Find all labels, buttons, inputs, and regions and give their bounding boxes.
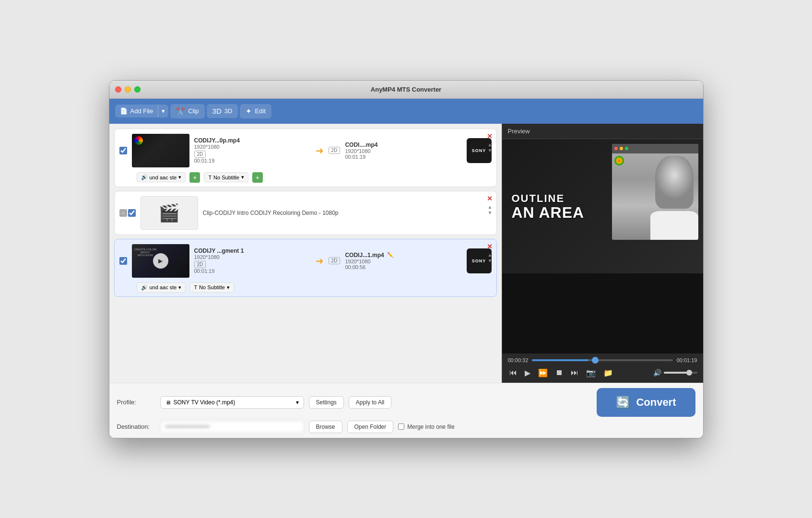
file-1-checkbox[interactable]: [119, 147, 127, 154]
convert-label: Convert: [636, 396, 676, 409]
maximize-window-button[interactable]: [134, 86, 141, 93]
convert-button[interactable]: 🔄 Convert: [597, 388, 695, 417]
close-window-button[interactable]: [115, 86, 121, 93]
move-down-file-2-button[interactable]: ▼: [488, 211, 493, 215]
minimize-window-button[interactable]: [125, 86, 131, 93]
file-1-input-dims: 1920*1080: [194, 144, 311, 150]
add-file-button[interactable]: 📄 Add File: [115, 105, 158, 118]
preview-app-close: [614, 147, 618, 150]
edit-output-name-3-icon[interactable]: ✏️: [387, 252, 394, 258]
preview-app-mockup: [612, 144, 698, 240]
edit-label: Edit: [255, 107, 265, 115]
profile-select[interactable]: 🖥 SONY TV Video (*.mp4) ▾: [160, 396, 304, 409]
file-item-3-bottom: 🔊 und aac ste ▾ T No Subtitle ▾: [115, 281, 496, 296]
close-file-2-button[interactable]: ✕: [487, 195, 493, 202]
file-1-audio-select[interactable]: 🔊 und aac ste ▾: [137, 172, 186, 182]
sony-logo-3: SONY: [472, 259, 486, 263]
preview-total-time: 00:01:19: [677, 357, 697, 363]
add-audio-track-1-button[interactable]: +: [189, 172, 200, 183]
profile-value: SONY TV Video (*.mp4): [174, 399, 235, 406]
bottom-bar: Profile: 🖥 SONY TV Video (*.mp4) ▾ Setti…: [109, 383, 703, 438]
3d-button[interactable]: 3D 3D: [207, 104, 238, 118]
preview-app-titlebar: [612, 144, 698, 153]
add-file-group: 📄 Add File ▾: [115, 105, 169, 118]
profile-value-area: 🖥 SONY TV Video (*.mp4): [165, 399, 235, 406]
add-file-icon: 📄: [120, 107, 128, 115]
toolbar: 📄 Add File ▾ ✂️ Clip 3D 3D ✦ Edit: [109, 99, 703, 124]
bottom-row2: Destination: Browse Open Folder Merge in…: [117, 421, 695, 433]
file-1-output-info: CODI....mp4 1920*1080 00:01:19: [345, 141, 461, 160]
screenshot-button[interactable]: 📷: [585, 367, 597, 379]
file-3-output-name: CODIJ...1.mp4: [345, 252, 384, 259]
move-up-file-1-button[interactable]: ▲: [488, 142, 493, 147]
close-file-1-button[interactable]: ✕: [487, 133, 493, 140]
audio-dropdown-icon-3: ▾: [178, 284, 181, 291]
clip-thumbnail: 🎬: [141, 196, 198, 230]
fast-forward-button[interactable]: ⏩: [537, 367, 549, 379]
file-3-input-info: CODIJY ...gment 1 1920*1080 2D 00:01:19: [194, 247, 311, 274]
move-down-file-3-button[interactable]: ▼: [488, 259, 493, 263]
skip-to-start-button[interactable]: ⏮: [508, 367, 518, 378]
preview-area: Preview OUTLINE AN AREA: [502, 124, 703, 383]
file-3-input-dims: 1920*1080: [194, 254, 311, 260]
preview-controls: 00:00:32 00:01:19 ⏮ ▶ ⏩ ⏹ ⏭ 📷 📁: [502, 353, 703, 383]
skip-to-end-button[interactable]: ⏭: [569, 367, 580, 378]
preview-app-min: [620, 147, 623, 150]
file-3-audio-select[interactable]: 🔊 und aac ste ▾: [137, 283, 186, 293]
clip-minus-button[interactable]: −: [119, 209, 127, 217]
main-content: ✕ ▲ ▼ CODIJY...0p.mp4: [109, 124, 703, 383]
file-3-input-name: CODIJY ...gment 1: [194, 247, 244, 254]
edit-button[interactable]: ✦ Edit: [240, 104, 271, 118]
file-1-subtitle-label: No Subtitle: [213, 175, 239, 180]
close-file-3-button[interactable]: ✕: [487, 243, 493, 250]
destination-input[interactable]: [160, 421, 304, 433]
clip-item-content: − 🎬 Clip-CODIJY Intro CODIJY Recoloring …: [115, 191, 496, 235]
preview-current-time: 00:00:32: [508, 357, 529, 363]
thumb-text-3: CREATE COLORMAGICWITH EASE: [134, 248, 157, 257]
preview-scene: OUTLINE AN AREA: [502, 139, 703, 273]
file-3-subtitle-select[interactable]: T No Subtitle ▾: [189, 283, 234, 293]
play-pause-button[interactable]: ▶: [523, 367, 532, 379]
3d-label: 3D: [224, 107, 233, 115]
sony-logo-1: SONY: [472, 148, 486, 153]
convert-arrow-1: ➜: [316, 145, 324, 156]
clip-label: Clip: [188, 107, 199, 115]
open-folder-button[interactable]: Open Folder: [347, 421, 394, 433]
add-file-dropdown-button[interactable]: ▾: [158, 105, 168, 118]
folder-button[interactable]: 📁: [602, 367, 614, 379]
add-subtitle-1-button[interactable]: +: [252, 172, 263, 183]
file-3-audio-label: und aac ste: [150, 284, 177, 290]
bottom-row1: Profile: 🖥 SONY TV Video (*.mp4) ▾ Setti…: [117, 388, 695, 417]
playback-controls: ⏮ ▶ ⏩ ⏹ ⏭ 📷 📁 🔊: [508, 367, 697, 379]
file-item-1: ✕ ▲ ▼ CODIJY...0p.mp4: [114, 129, 497, 187]
file-3-checkbox[interactable]: [119, 257, 127, 265]
browse-button[interactable]: Browse: [309, 421, 342, 433]
convert-arrow-3: ➜: [316, 255, 324, 267]
settings-button[interactable]: Settings: [309, 396, 344, 409]
clip-button[interactable]: ✂️ Clip: [170, 104, 204, 118]
volume-icon: 🔊: [653, 369, 661, 377]
clip-checkbox[interactable]: [128, 209, 136, 217]
file-3-input-time: 00:01:19: [194, 268, 311, 274]
file-1-output-name: CODI....mp4: [345, 141, 377, 148]
3d-icon: 3D: [212, 107, 222, 115]
move-up-file-2-button[interactable]: ▲: [488, 205, 493, 210]
merge-checkbox[interactable]: [398, 424, 404, 430]
move-up-file-3-button[interactable]: ▲: [488, 253, 493, 258]
progress-track[interactable]: [532, 359, 672, 361]
volume-slider[interactable]: [664, 372, 697, 374]
move-down-file-1-button[interactable]: ▼: [488, 148, 493, 153]
file-1-subtitle-select[interactable]: T No Subtitle ▾: [204, 172, 248, 182]
file-1-audio-label: und aac ste: [150, 175, 177, 180]
stop-button[interactable]: ⏹: [554, 367, 565, 378]
file-item-3: ✕ ▲ ▼ ▶ CREATE COLORMAGICWITH EASE: [114, 239, 497, 297]
destination-label: Destination:: [117, 423, 155, 430]
profile-label: Profile:: [117, 399, 155, 406]
apply-to-all-button[interactable]: Apply to All: [349, 396, 391, 409]
file-3-output-dims: 1920*1080: [345, 259, 461, 264]
volume-knob[interactable]: [686, 370, 692, 376]
progress-knob[interactable]: [592, 357, 599, 364]
file-1-thumbnail: [132, 134, 189, 167]
progress-bar-area: 00:00:32 00:01:19: [508, 357, 697, 363]
file-3-thumbnail: ▶ CREATE COLORMAGICWITH EASE: [132, 244, 189, 278]
